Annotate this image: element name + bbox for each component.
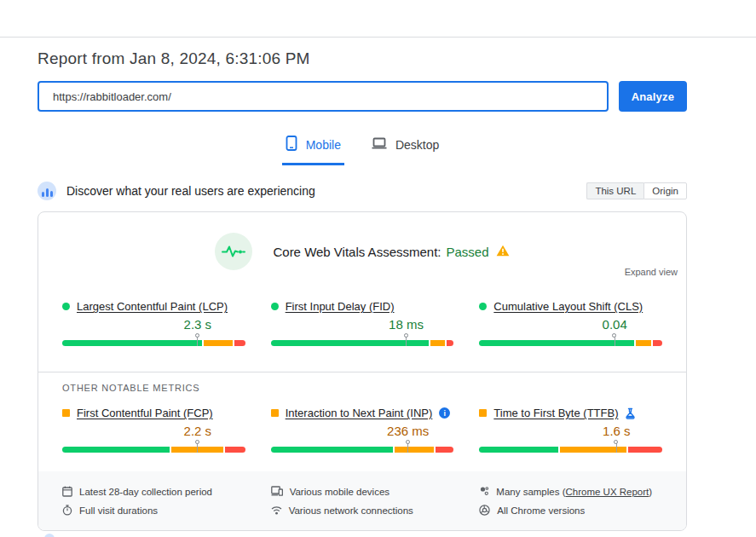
metric-link-lcp[interactable]: Largest Contentful Paint (LCP) bbox=[77, 300, 228, 313]
inp-value: 236 ms bbox=[387, 424, 429, 438]
cwv-assessment-header: Core Web Vitals Assessment: Passed bbox=[38, 233, 686, 270]
device-tabs: Mobile Desktop bbox=[38, 130, 687, 165]
ttfb-value: 1.6 s bbox=[603, 424, 631, 438]
footnote-col-1: Latest 28-day collection period Full vis… bbox=[62, 482, 245, 520]
cls-status-bullet bbox=[479, 303, 487, 310]
tab-mobile[interactable]: Mobile bbox=[282, 130, 344, 165]
chrome-logo-icon bbox=[479, 505, 490, 517]
expand-view-button[interactable]: Expand view bbox=[625, 267, 678, 277]
metric-link-cls[interactable]: Cumulative Layout Shift (CLS) bbox=[493, 300, 643, 313]
inp-info-icon[interactable]: i bbox=[439, 407, 450, 419]
footnote-col-2: Various mobile devices Various network c… bbox=[271, 482, 454, 520]
next-section-icon-peek bbox=[44, 534, 55, 537]
metric-link-fcp[interactable]: First Contentful Paint (FCP) bbox=[77, 407, 213, 419]
lcp-distribution-bar bbox=[62, 340, 245, 346]
lcp-status-bullet bbox=[62, 303, 70, 310]
tab-mobile-label: Mobile bbox=[306, 138, 341, 152]
stopwatch-icon bbox=[62, 505, 72, 517]
fcp-status-bullet bbox=[62, 409, 70, 417]
devices-icon bbox=[271, 486, 283, 498]
other-metrics-row: First Contentful Paint (FCP) 2.2 s Inter… bbox=[38, 407, 686, 453]
footnote-chrome-versions: All Chrome versions bbox=[479, 501, 662, 520]
footnote-many-samples: Many samples (Chrome UX Report) bbox=[479, 482, 662, 501]
cls-distribution-bar bbox=[479, 340, 662, 346]
metric-fid: First Input Delay (FID) 18 ms bbox=[271, 300, 454, 346]
metric-fcp: First Contentful Paint (FCP) 2.2 s bbox=[62, 407, 245, 453]
inp-status-bullet bbox=[271, 409, 279, 417]
ttfb-experimental-flask-icon[interactable] bbox=[625, 407, 636, 419]
url-input[interactable] bbox=[38, 81, 609, 112]
ttfb-status-bullet bbox=[479, 409, 487, 417]
desktop-monitor-icon bbox=[372, 136, 387, 153]
tab-desktop[interactable]: Desktop bbox=[368, 130, 442, 165]
metric-link-fid[interactable]: First Input Delay (FID) bbox=[286, 300, 395, 313]
fcp-value: 2.2 s bbox=[184, 424, 212, 438]
scope-origin-button[interactable]: Origin bbox=[643, 182, 687, 199]
inp-distribution-bar bbox=[271, 447, 454, 453]
footnote-visit-durations: Full visit durations bbox=[62, 501, 245, 520]
calendar-icon bbox=[62, 486, 72, 499]
metric-ttfb: Time to First Byte (TTFB) 1.6 s bbox=[479, 407, 662, 453]
field-data-heading: Discover what your real users are experi… bbox=[66, 184, 315, 198]
metric-lcp: Largest Contentful Paint (LCP) 2.3 s bbox=[62, 300, 245, 346]
core-web-vitals-card: Core Web Vitals Assessment: Passed Expan… bbox=[38, 211, 687, 531]
analyze-button[interactable]: Analyze bbox=[619, 81, 687, 112]
fid-status-bullet bbox=[271, 303, 279, 310]
fid-distribution-bar bbox=[271, 340, 454, 346]
network-signal-icon bbox=[271, 505, 282, 517]
scope-toggle: This URL Origin bbox=[586, 182, 687, 199]
cwv-assessment-label: Core Web Vitals Assessment: bbox=[273, 245, 441, 259]
other-metrics-heading: OTHER NOTABLE METRICS bbox=[38, 383, 686, 393]
cls-value: 0.04 bbox=[603, 317, 627, 332]
field-data-header: Discover what your real users are experi… bbox=[38, 182, 687, 200]
metric-link-ttfb[interactable]: Time to First Byte (TTFB) bbox=[493, 407, 618, 419]
tab-desktop-label: Desktop bbox=[395, 138, 439, 152]
metric-link-inp[interactable]: Interaction to Next Paint (INP) bbox=[286, 407, 433, 419]
pulse-icon bbox=[215, 233, 252, 270]
core-metrics-row: Largest Contentful Paint (LCP) 2.3 s Fir… bbox=[38, 300, 686, 346]
lcp-value: 2.3 s bbox=[184, 317, 212, 332]
metric-inp: Interaction to Next Paint (INP) i 236 ms bbox=[271, 407, 454, 453]
real-users-chart-icon bbox=[38, 182, 56, 200]
fcp-distribution-bar bbox=[62, 447, 245, 453]
scope-this-url-button[interactable]: This URL bbox=[586, 182, 643, 199]
footnote-collection-period: Latest 28-day collection period bbox=[62, 482, 245, 501]
chrome-ux-report-link[interactable]: Chrome UX Report bbox=[566, 487, 649, 497]
footnote-col-3: Many samples (Chrome UX Report) All Chro… bbox=[479, 482, 662, 520]
cwv-assessment-result: Passed bbox=[446, 245, 488, 259]
mobile-phone-icon bbox=[286, 136, 297, 153]
ttfb-distribution-bar bbox=[479, 447, 662, 453]
url-bar: Analyze bbox=[38, 81, 687, 112]
samples-dots-icon bbox=[479, 486, 489, 498]
metrics-divider bbox=[38, 372, 686, 372]
footnote-mobile-devices: Various mobile devices bbox=[271, 482, 454, 501]
data-source-footnotes: Latest 28-day collection period Full vis… bbox=[38, 471, 686, 530]
report-title: Report from Jan 8, 2024, 6:31:06 PM bbox=[38, 49, 687, 68]
warning-triangle-icon[interactable] bbox=[496, 245, 510, 259]
metric-cls: Cumulative Layout Shift (CLS) 0.04 bbox=[479, 300, 662, 346]
fid-value: 18 ms bbox=[389, 317, 424, 332]
footnote-network-connections: Various network connections bbox=[271, 501, 454, 520]
report-container: Report from Jan 8, 2024, 6:31:06 PM Anal… bbox=[38, 38, 687, 531]
